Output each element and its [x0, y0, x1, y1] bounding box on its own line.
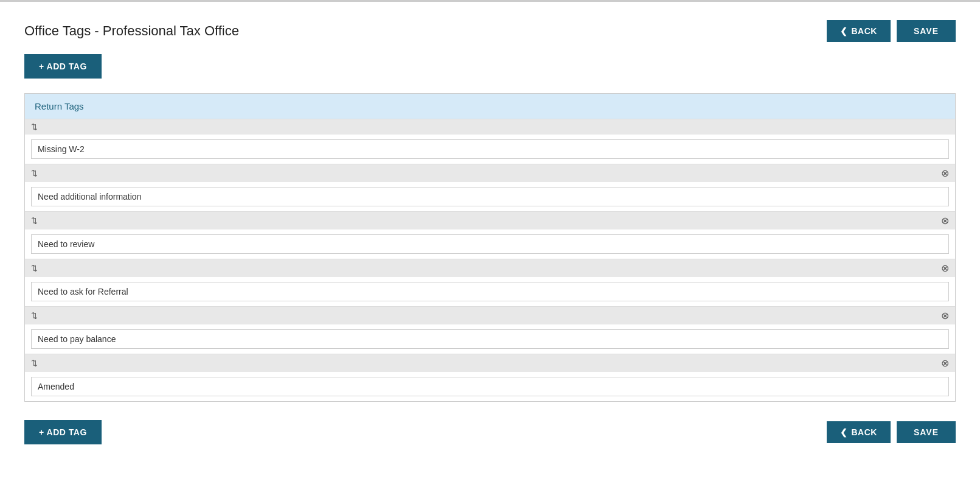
tag-input[interactable]: [31, 234, 949, 254]
save-button-bottom[interactable]: SAVE: [897, 421, 956, 443]
tag-sort-bar[interactable]: ⇅⊗: [25, 307, 955, 324]
back-button-bottom[interactable]: ❮ BACK: [827, 421, 891, 443]
page-wrapper: Office Tags - Professional Tax Office ❮ …: [0, 0, 980, 487]
back-label-top: BACK: [851, 26, 877, 36]
page-title: Office Tags - Professional Tax Office: [24, 23, 239, 39]
chevron-left-icon: ❮: [840, 26, 848, 36]
tag-input-row: [25, 372, 955, 401]
chevron-left-icon-bottom: ❮: [840, 427, 848, 437]
tag-input-row: [25, 277, 955, 306]
remove-tag-button[interactable]: ⊗: [941, 357, 949, 369]
sort-icon: ⇅: [31, 311, 38, 320]
tag-row: ⇅⊗: [25, 211, 955, 259]
tag-row: ⇅⊗: [25, 259, 955, 306]
bottom-buttons: ❮ BACK SAVE: [827, 421, 956, 443]
tag-row: ⇅⊗: [25, 164, 955, 211]
tag-input[interactable]: [31, 377, 949, 396]
add-tag-button-bottom[interactable]: + ADD TAG: [24, 420, 102, 444]
tag-row: ⇅⊗: [25, 354, 955, 401]
sort-icon: ⇅: [31, 216, 38, 225]
tag-input[interactable]: [31, 139, 949, 159]
tag-input[interactable]: [31, 187, 949, 206]
tag-input-row: [25, 229, 955, 259]
sort-icon: ⇅: [31, 122, 38, 131]
section-header: Return Tags: [25, 94, 955, 119]
tag-sort-bar[interactable]: ⇅⊗: [25, 164, 955, 182]
tag-input[interactable]: [31, 282, 949, 301]
tag-sort-bar[interactable]: ⇅⊗: [25, 354, 955, 372]
tag-sort-bar[interactable]: ⇅⊗: [25, 259, 955, 277]
tag-row: ⇅⊗: [25, 306, 955, 354]
tag-input-row: [25, 135, 955, 164]
tag-input-row: [25, 182, 955, 211]
top-header: Office Tags - Professional Tax Office ❮ …: [24, 20, 956, 42]
tag-input[interactable]: [31, 329, 949, 349]
sort-icon: ⇅: [31, 169, 38, 178]
back-label-bottom: BACK: [851, 427, 877, 437]
tag-sort-bar[interactable]: ⇅: [25, 119, 955, 135]
remove-tag-button[interactable]: ⊗: [941, 262, 949, 274]
return-tags-section: Return Tags ⇅⇅⊗⇅⊗⇅⊗⇅⊗⇅⊗: [24, 93, 956, 402]
add-tag-button-top[interactable]: + ADD TAG: [24, 54, 102, 79]
sort-icon: ⇅: [31, 264, 38, 273]
remove-tag-button[interactable]: ⊗: [941, 167, 949, 179]
tag-sort-bar[interactable]: ⇅⊗: [25, 212, 955, 229]
header-buttons: ❮ BACK SAVE: [827, 20, 956, 42]
remove-tag-button[interactable]: ⊗: [941, 215, 949, 226]
tag-input-row: [25, 324, 955, 354]
back-button-top[interactable]: ❮ BACK: [827, 20, 891, 42]
tags-container: ⇅⇅⊗⇅⊗⇅⊗⇅⊗⇅⊗: [25, 119, 955, 401]
tag-row: ⇅: [25, 119, 955, 164]
remove-tag-button[interactable]: ⊗: [941, 310, 949, 321]
save-button-top[interactable]: SAVE: [897, 20, 956, 42]
bottom-footer: + ADD TAG ❮ BACK SAVE: [24, 420, 956, 444]
sort-icon: ⇅: [31, 359, 38, 368]
